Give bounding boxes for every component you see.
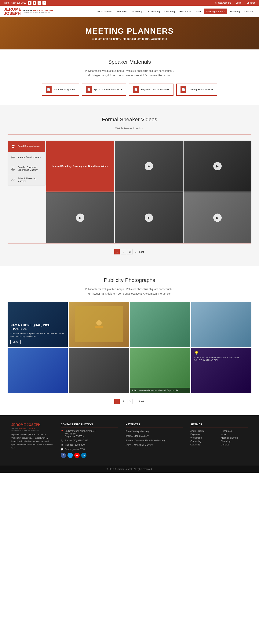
page-1[interactable]: 1 xyxy=(114,249,120,254)
video-thumb-2[interactable]: ▶ xyxy=(115,140,183,192)
linkedin-icon[interactable]: in xyxy=(43,1,46,5)
svg-point-3 xyxy=(12,157,14,158)
photo-item-6[interactable] xyxy=(69,348,129,393)
sitemap-keynotes[interactable]: Keynotes xyxy=(190,433,217,436)
nav-about[interactable]: About Jerome xyxy=(94,8,114,14)
nav-resources[interactable]: Resources xyxy=(177,8,193,14)
material-card-biography[interactable]: 📄 Jerome's biography xyxy=(42,84,79,96)
branded-customer-icon xyxy=(10,166,16,172)
play-button-4[interactable]: ▶ xyxy=(76,214,84,222)
pub-page-ellipsis: ... xyxy=(134,399,137,404)
material-card-intro[interactable]: 📄 Speaker Introduction PDF xyxy=(82,84,126,96)
publicity-title: Publicity Photographs xyxy=(8,277,251,283)
pub-page-last[interactable]: Last xyxy=(138,399,145,404)
nav-keynotes[interactable]: Keynotes xyxy=(114,8,129,14)
nav-elearning[interactable]: Elearning xyxy=(227,8,242,14)
hero-subtitle: Aliquam erat ac ipsum. Integer aliquam p… xyxy=(92,37,167,40)
create-account-link[interactable]: Create Account xyxy=(215,2,231,4)
photo-item-5[interactable] xyxy=(8,348,68,393)
sidebar-item-internal-brand[interactable]: Internal Brand Mastery xyxy=(8,152,46,163)
material-card-keynotes[interactable]: 📄 Keynotes One-Sheet PDF xyxy=(129,84,173,96)
photo-item-3[interactable] xyxy=(130,302,190,347)
sales-marketing-icon xyxy=(10,177,16,183)
phone-icon: 📞 xyxy=(61,440,64,442)
featured-photo-btn[interactable]: VIEW xyxy=(11,340,21,344)
sitemap-consulting[interactable]: Consulting xyxy=(190,440,217,442)
photo-featured-item[interactable]: NAM RATIONE QUAE, INCE PTOSFEUZ Nostra q… xyxy=(8,302,68,347)
sidebar-item-brand-strategy[interactable]: Brand Strategy Master xyxy=(8,140,46,152)
nav-workshops[interactable]: Workshops xyxy=(129,8,146,14)
top-bar: Phone: (65) 6288 7812 f t ▶ in Create Ac… xyxy=(0,0,259,6)
sidebar-item-sales-marketing[interactable]: Sales & Marketing Mastery xyxy=(8,174,46,186)
play-button-3[interactable]: ▶ xyxy=(213,162,222,170)
videos-title: Formal Speaker Videos xyxy=(8,116,251,122)
fax-icon: 📠 xyxy=(61,444,64,446)
photo-item-7[interactable]: Anim conuoe condimentum, eiusmod, fuga c… xyxy=(130,348,190,393)
featured-photo-title: NAM RATIONE QUAE, INCE PTOSFEUZ xyxy=(11,324,65,330)
footer-linkedin-icon[interactable]: in xyxy=(81,453,87,458)
footer-contact-title: CONTACT INFORMATION xyxy=(61,423,118,428)
nav-consulting[interactable]: Consulting xyxy=(146,8,162,14)
footer-contact-col: CONTACT INFORMATION 📍 55 Serangoon North… xyxy=(61,423,118,458)
biography-label: Jerome's biography xyxy=(54,88,75,91)
page-3[interactable]: 3 xyxy=(127,249,133,254)
video-thumb-featured[interactable]: Internal Branding: Growing your Brand fr… xyxy=(46,140,114,192)
sitemap-meeting[interactable]: Meeting planners xyxy=(221,436,248,439)
sitemap-resources[interactable]: Resources xyxy=(221,430,248,432)
hero-section: MEETING PLANNERS Aliquam erat ac ipsum. … xyxy=(0,17,259,50)
twitter-icon[interactable]: t xyxy=(33,1,36,5)
footer-keynotes-title: KEYNOTES xyxy=(126,423,183,428)
play-button-6[interactable]: ▶ xyxy=(213,214,222,222)
photo-item-8[interactable]: 💡 GOAL TIME GROWTH TRANSFORM VISION IDEA… xyxy=(191,348,251,393)
youtube-icon[interactable]: ▶ xyxy=(38,1,41,5)
page-ellipsis: ... xyxy=(134,249,137,254)
skype-icon: 💬 xyxy=(61,448,64,451)
video-thumb-6[interactable]: ▶ xyxy=(183,192,251,243)
materials-cards: 📄 Jerome's biography 📄 Speaker Introduct… xyxy=(15,84,244,96)
login-link[interactable]: Login xyxy=(236,2,241,4)
footer-address: 📍 55 Serangoon North Avenue 4#01-03 S9Si… xyxy=(61,430,118,438)
footer-twitter-icon[interactable]: t xyxy=(68,453,73,458)
footer-facebook-icon[interactable]: f xyxy=(61,453,66,458)
footer-logo-col: JEROME JOSEPH SPEAKER STRATEGIST AUTHOR … xyxy=(11,423,53,458)
footer-logo-sub: CREATING, BRANDED EXPERIENCES xyxy=(11,429,53,431)
sitemap-elearning[interactable]: Elearning xyxy=(221,440,248,442)
play-button-2[interactable]: ▶ xyxy=(145,162,153,170)
sitemap-about[interactable]: About Jerome xyxy=(190,430,217,432)
material-card-brochure[interactable]: 📄 Training Brochure PDF xyxy=(176,84,217,96)
pub-page-1[interactable]: 1 xyxy=(114,399,120,404)
photo-overlay-7: Anim conuoe condimentum, eiusmod, fuga c… xyxy=(130,388,190,393)
social-icons: f t ▶ in xyxy=(28,1,46,5)
pub-page-3[interactable]: 3 xyxy=(127,399,133,404)
logo-name: JEROME JOSEPH xyxy=(4,7,22,16)
play-button-5[interactable]: ▶ xyxy=(145,214,153,222)
page-2[interactable]: 2 xyxy=(121,249,126,254)
sitemap-work[interactable]: Work xyxy=(221,433,248,436)
footer-logo-name: JEROME JOSEPH xyxy=(11,423,53,427)
footer-keynotes-list: Brand Strategy Mastery Internal Brand Ma… xyxy=(126,430,183,446)
page-last[interactable]: Last xyxy=(138,249,145,254)
pub-page-2[interactable]: 2 xyxy=(121,399,126,404)
sidebar-item-branded-customer[interactable]: Branded Customer Experience Mastery xyxy=(8,163,46,174)
video-thumb-4[interactable]: ▶ xyxy=(46,192,114,243)
photo-item-2[interactable] xyxy=(69,302,129,347)
sitemap-workshops[interactable]: Workshops xyxy=(190,436,217,439)
photo-item-4[interactable] xyxy=(191,302,251,347)
footer-fax: 📠 Fax: (65) 6288 3946 xyxy=(61,444,118,446)
sidebar-sales-label: Sales & Marketing Mastery xyxy=(18,177,43,182)
footer-youtube-icon[interactable]: ▶ xyxy=(74,453,80,458)
svg-point-11 xyxy=(96,320,102,326)
video-thumb-5[interactable]: ▶ xyxy=(115,192,183,243)
featured-photo-desc: Nostra quae nunc corporis. Dis etiam, ha… xyxy=(11,332,65,338)
nav-contact[interactable]: Contact xyxy=(242,8,255,14)
nav-coaching[interactable]: Coaching xyxy=(162,8,177,14)
top-bar-right: Create Account | Login | Checkout xyxy=(215,2,256,4)
publicity-desc2: Mi, integer nam, dolorem porro quas occa… xyxy=(8,292,251,296)
sitemap-contact[interactable]: Contact xyxy=(221,443,248,446)
nav-work[interactable]: Work xyxy=(193,8,204,14)
video-thumb-3[interactable]: ▶ xyxy=(183,140,251,192)
facebook-icon[interactable]: f xyxy=(28,1,32,5)
checkout-link[interactable]: Checkout xyxy=(246,2,256,4)
nav-meeting-planners[interactable]: Meeting planners xyxy=(204,8,227,14)
sitemap-coaching[interactable]: Coaching xyxy=(190,443,217,446)
